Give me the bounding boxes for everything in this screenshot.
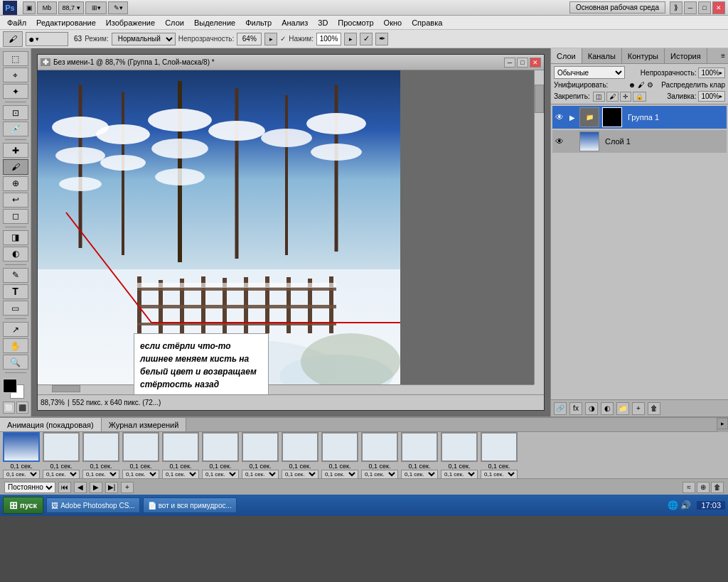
doc-maximize[interactable]: □	[517, 58, 528, 68]
menu-image[interactable]: Изображение	[102, 18, 159, 28]
menu-window[interactable]: Окно	[380, 18, 407, 28]
frame-select-3[interactable]: 0,1 сек.	[82, 470, 119, 479]
stylus-btn[interactable]: ✒	[375, 33, 388, 45]
frame-select-12[interactable]: 0,1 сек.	[441, 470, 478, 479]
menu-analysis[interactable]: Анализ	[277, 18, 312, 28]
tab-layers[interactable]: Слои	[551, 48, 582, 63]
play-btn[interactable]: ▶	[90, 482, 102, 493]
normal-mode-btn[interactable]: ⬜	[3, 402, 15, 414]
frame-item-7[interactable]: 0,1 сек.0,1 сек.	[242, 432, 279, 478]
title-tool-4[interactable]: ⊞▾	[85, 1, 107, 14]
title-tool-5[interactable]: ✎▾	[108, 1, 128, 14]
menu-select[interactable]: Выделение	[190, 18, 240, 28]
frame-item-5[interactable]: 0,1 сек.0,1 сек.	[162, 432, 199, 478]
tab-animation[interactable]: Анимация (покадровая)	[0, 418, 102, 431]
quick-mask-btn[interactable]: ⬛	[16, 402, 28, 414]
scrollbar-v-thumb[interactable]	[535, 85, 544, 113]
frame-item-10[interactable]: 0,1 сек.0,1 сек.	[361, 432, 398, 478]
delete-frame-btn[interactable]: 🗑	[711, 482, 724, 493]
unify-icon-1[interactable]: ☻	[628, 81, 636, 89]
tool-eyedropper[interactable]: 💉	[3, 122, 28, 136]
tool-hand[interactable]: ✋	[3, 338, 28, 353]
title-tool-2[interactable]: Mb	[37, 1, 57, 14]
frame-item-6[interactable]: 0,1 сек.0,1 сек.	[202, 432, 239, 478]
lock-all-btn[interactable]: 🔒	[633, 92, 646, 102]
add-frame-btn[interactable]: +	[121, 482, 134, 493]
distribute-label[interactable]: Распределить клар	[661, 81, 725, 89]
brush-preview[interactable]: ●▾	[26, 32, 68, 46]
menu-help[interactable]: Справка	[407, 18, 446, 28]
taskbar-tutorial[interactable]: 📄 вот и вся примудрос...	[143, 497, 237, 513]
pressure-input[interactable]	[316, 33, 341, 45]
tween-btn[interactable]: ≈	[682, 482, 695, 493]
blend-mode-select[interactable]: Обычные	[554, 66, 625, 79]
frame-select-7[interactable]: 0,1 сек.	[242, 470, 279, 479]
opacity-arrow[interactable]: ▸	[264, 33, 277, 45]
frame-select-8[interactable]: 0,1 сек.	[282, 470, 318, 479]
frame-item-9[interactable]: 0,1 сек.0,1 сек.	[321, 432, 358, 478]
link-layers-btn[interactable]: 🔗	[554, 402, 567, 415]
maximize-btn[interactable]: □	[698, 1, 711, 14]
unify-icon-3[interactable]: ⚙	[647, 81, 653, 89]
menu-3d[interactable]: 3D	[314, 18, 332, 28]
loop-select[interactable]: Постоянно	[4, 482, 55, 493]
lock-image-btn[interactable]: 🖌	[606, 92, 619, 102]
pressure-arrow[interactable]: ▸	[344, 33, 357, 45]
tool-path-select[interactable]: ↗	[3, 322, 28, 337]
layer-eye-group1[interactable]: 👁	[554, 112, 565, 123]
frame-select-4[interactable]: 0,1 сек.	[122, 470, 159, 479]
frame-select-10[interactable]: 0,1 сек.	[361, 470, 398, 479]
first-frame-btn[interactable]: ⏮	[58, 482, 71, 493]
fg-color-swatch[interactable]	[3, 379, 17, 393]
next-frame-btn[interactable]: ▶|	[105, 482, 118, 493]
tool-text[interactable]: T	[3, 284, 28, 299]
tool-blur[interactable]: ◐	[3, 247, 28, 262]
tool-wand[interactable]: ✦	[3, 84, 28, 99]
tab-channels[interactable]: Каналы	[582, 48, 622, 63]
menu-layers[interactable]: Слои	[161, 18, 188, 28]
mode-select[interactable]: Нормальный	[112, 33, 176, 45]
frame-select-6[interactable]: 0,1 сек.	[202, 470, 239, 479]
frame-item-4[interactable]: 0,1 сек.0,1 сек.	[122, 432, 159, 478]
frame-item-8[interactable]: 0,1 сек.0,1 сек.	[282, 432, 318, 478]
tab-paths[interactable]: Контуры	[622, 48, 665, 63]
layer-item-layer1[interactable]: 👁 Слой 1	[552, 130, 727, 153]
title-tool-1[interactable]: ▣	[23, 1, 36, 14]
opacity-input[interactable]	[237, 33, 262, 45]
frame-item-3[interactable]: 0,1 сек.0,1 сек.	[82, 432, 119, 478]
menu-edit[interactable]: Редактирование	[32, 18, 100, 28]
tool-lasso[interactable]: ⌖	[3, 68, 28, 82]
doc-close[interactable]: ✕	[530, 58, 541, 68]
layer-item-group1[interactable]: 👁 ▶ 📁 Группа 1	[552, 106, 727, 129]
tool-history[interactable]: ↩	[3, 193, 28, 208]
menu-view[interactable]: Просмотр	[333, 18, 378, 28]
tool-healing[interactable]: ✚	[3, 143, 28, 158]
doc-minimize[interactable]: ─	[504, 58, 515, 68]
frame-select-2[interactable]: 0,1 сек.	[43, 470, 80, 479]
frame-item-11[interactable]: 0,1 сек.0,1 сек.	[401, 432, 438, 478]
delete-layer-btn[interactable]: 🗑	[648, 402, 660, 415]
tool-pen[interactable]: ✎	[3, 268, 28, 283]
expand-btn[interactable]: ⟫	[670, 1, 682, 14]
layer-expand-group1[interactable]: ▶	[568, 114, 577, 122]
taskbar-photoshop[interactable]: 🖼 Adobe Photoshop CS...	[46, 497, 140, 513]
close-btn[interactable]: ✕	[712, 1, 725, 14]
prev-frame-btn[interactable]: ◀	[74, 482, 87, 493]
frame-item-2[interactable]: 0,1 сек.0,1 сек.	[43, 432, 80, 478]
new-layer-btn[interactable]: +	[632, 402, 645, 415]
frame-select-9[interactable]: 0,1 сек.	[321, 470, 358, 479]
menu-filter[interactable]: Фильтр	[241, 18, 276, 28]
opacity-field[interactable]: 100% ▸	[698, 68, 725, 78]
lock-position-btn[interactable]: ✛	[620, 92, 631, 102]
tool-shape[interactable]: ▭	[3, 301, 28, 316]
scrollbar-horizontal[interactable]	[38, 384, 534, 394]
tab-measurements[interactable]: Журнал измерений	[102, 418, 187, 431]
frame-select-1[interactable]: 0,1 сек.	[3, 470, 40, 479]
frame-item-1[interactable]: 0,1 сек. 0,1 сек.	[3, 432, 40, 478]
menu-file[interactable]: Файл	[3, 18, 31, 28]
fill-field[interactable]: 100% ▸	[698, 91, 725, 102]
panel-menu-btn[interactable]: ≡	[718, 52, 728, 60]
lock-transparent-btn[interactable]: ◫	[593, 92, 605, 102]
scrollbar-vertical[interactable]	[534, 70, 544, 384]
adjustment-btn[interactable]: ◐	[601, 402, 614, 415]
